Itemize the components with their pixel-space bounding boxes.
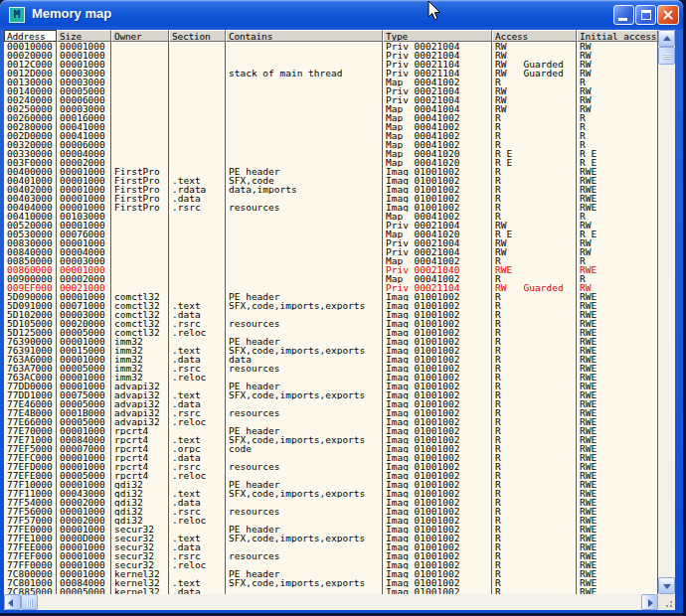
table-row[interactable]: 00410000 00103000 Map 00041002 R R [4, 212, 658, 221]
table-row[interactable]: 77F57000 00002000 gdi32 .reloc Imag 0100… [4, 516, 658, 525]
table-row[interactable]: 0012D000 00003000 stack of main thread P… [4, 69, 658, 77]
titlebar[interactable]: M Memory map [0, 0, 683, 30]
table-row[interactable]: 00402000 00001000 FirstPro .rdata data,i… [4, 185, 658, 194]
table-row[interactable]: 77FE1000 0000D000 secur32 .text SFX,code… [4, 534, 658, 542]
column-header-type[interactable]: Type [383, 30, 492, 42]
table-row[interactable]: 00320000 00006000 Map 00041002 R R [4, 140, 658, 149]
cell-size: 00015000 [57, 346, 111, 355]
table-row[interactable]: 763AC000 00001000 imm32 .reloc Imag 0100… [4, 373, 658, 382]
table-row[interactable]: 002D0000 00041000 Map 00041002 R R [4, 131, 658, 140]
table-row[interactable]: 77EFD000 00001000 rpcrt4 .rsrc resources… [4, 462, 658, 471]
table-row[interactable]: 763A7000 00005000 imm32 .rsrc resources … [4, 364, 658, 373]
table-row[interactable]: 77F54000 00002000 gdi32 .data Imag 01001… [4, 498, 658, 507]
table-row[interactable]: 00330000 00004000 Map 00041020 R E R E [4, 149, 658, 158]
scroll-up-button[interactable] [658, 30, 675, 47]
table-row[interactable]: 77F10000 00001000 gdi32 PE header Imag 0… [4, 480, 658, 489]
cell-size: 00003000 [57, 69, 111, 77]
table-row[interactable]: 00240000 00006000 Priv 00021004 RW RW [4, 95, 658, 104]
table-row[interactable]: 7C800000 00001000 kernel32 PE header Ima… [4, 569, 658, 578]
column-header-contains[interactable]: Contains [226, 30, 383, 42]
horizontal-scroll-thumb[interactable] [21, 594, 38, 610]
table-row[interactable]: 00130000 00003000 Map 00041002 R R [4, 77, 658, 86]
table-row[interactable]: 00250000 00003000 Map 00041004 RW RW [4, 104, 658, 113]
table-row[interactable]: 77EFE000 00005000 rpcrt4 .reloc Imag 010… [4, 471, 658, 480]
cell-type: Map 00041002 [383, 131, 492, 140]
cell-size: 00005000 [57, 328, 111, 337]
table-row[interactable]: 77FF0000 00001000 secur32 .reloc Imag 01… [4, 560, 658, 569]
table-row[interactable]: 77DD0000 00001000 advapi32 PE header Ima… [4, 382, 658, 390]
table-row[interactable]: 77EF5000 00007000 rpcrt4 .orpc code Imag… [4, 444, 658, 453]
minimize-button[interactable] [613, 5, 634, 25]
table-row[interactable]: 77E70000 00001000 rpcrt4 PE header Imag … [4, 426, 658, 435]
table-row[interactable]: 77FE0000 00001000 secur32 PE header Imag… [4, 525, 658, 534]
table-row[interactable]: 77FEF000 00001000 secur32 .rsrc resource… [4, 551, 658, 560]
table-row[interactable]: 77E4B000 0001B000 advapi32 .rsrc resourc… [4, 408, 658, 417]
table-row[interactable]: 00840000 00004000 Priv 00021004 RW RW [4, 247, 658, 256]
close-button[interactable] [657, 5, 679, 25]
cell-access: R [492, 274, 577, 283]
vertical-scroll-thumb[interactable] [658, 47, 675, 65]
cell-address: 00520000 [4, 221, 57, 230]
horizontal-scrollbar[interactable] [4, 594, 658, 610]
table-row[interactable]: 77E66000 00005000 advapi32 .reloc Imag 0… [4, 417, 658, 426]
column-header-access[interactable]: Access [492, 30, 577, 42]
cell-section: .rsrc [169, 408, 226, 417]
table-row[interactable]: 00403000 00001000 FirstPro .data Imag 01… [4, 194, 658, 203]
table-row[interactable]: 00850000 00003000 Map 00041002 R R [4, 256, 658, 265]
vertical-scrollbar[interactable] [658, 30, 675, 594]
cell-address: 00320000 [4, 140, 57, 149]
table-row[interactable]: 009EF000 00021000 Priv 00021104 RW Guard… [4, 283, 658, 292]
cell-owner: gdi32 [111, 507, 169, 516]
table-row[interactable]: 00010000 00001000 Priv 00021004 RW RW [4, 42, 658, 51]
table-row[interactable]: 00900000 00002000 Map 00041002 R R [4, 274, 658, 283]
resize-grip[interactable] [658, 594, 675, 610]
table-row[interactable]: 5D090000 00001000 comctl32 PE header Ima… [4, 292, 658, 301]
cell-size: 00003000 [57, 310, 111, 319]
app-icon[interactable]: M [9, 7, 25, 23]
table-row[interactable]: 00401000 00001000 FirstPro .text SFX,cod… [4, 176, 658, 185]
table-row[interactable]: 00140000 00005000 Priv 00021004 RW RW [4, 86, 658, 95]
table-row[interactable]: 77E46000 00005000 advapi32 .data Imag 01… [4, 399, 658, 408]
table-row[interactable]: 77DD1000 00075000 advapi32 .text SFX,cod… [4, 390, 658, 399]
cell-owner [111, 51, 169, 60]
table-row[interactable]: 00530000 00076000 Map 00041020 R E R E [4, 230, 658, 238]
table-row[interactable]: 77FEE000 00001000 secur32 .data Imag 010… [4, 542, 658, 551]
column-header-address[interactable]: Address [4, 30, 57, 42]
table-row[interactable]: 00830000 00001000 Priv 00021004 RW RW [4, 238, 658, 247]
table-row[interactable]: 00280000 00041000 Map 00041002 R R [4, 122, 658, 131]
cell-access: RW [492, 221, 577, 230]
table-row[interactable]: 763A6000 00001000 imm32 .data data Imag … [4, 355, 658, 364]
table-row[interactable]: 00400000 00001000 FirstPro PE header Ima… [4, 167, 658, 176]
scroll-right-button[interactable] [641, 594, 658, 610]
cell-owner: rpcrt4 [111, 453, 169, 462]
column-header-size[interactable]: Size [57, 30, 111, 42]
table-row[interactable]: 00020000 00001000 Priv 00021004 RW RW [4, 51, 658, 60]
table-row[interactable]: 003F0000 00002000 Map 00041020 R E R E [4, 158, 658, 167]
table-row[interactable]: 77E71000 00084000 rpcrt4 .text SFX,code,… [4, 435, 658, 444]
table-row[interactable]: 7C801000 00084000 kernel32 .text SFX,cod… [4, 578, 658, 587]
maximize-button[interactable] [635, 5, 656, 25]
table-row[interactable]: 5D102000 00003000 comctl32 .data Imag 01… [4, 310, 658, 319]
column-header-owner[interactable]: Owner [111, 30, 169, 42]
table-row[interactable]: 7C885000 00005000 kernel32 .data Imag 01… [4, 587, 658, 594]
table-row[interactable]: 0012C000 00001000 Priv 00021104 RW Guard… [4, 60, 658, 69]
table-row[interactable]: 5D105000 00020000 comctl32 .rsrc resourc… [4, 319, 658, 328]
table-row[interactable]: 77EFC000 00001000 rpcrt4 .data Imag 0100… [4, 453, 658, 462]
table-row[interactable]: 5D091000 00071000 comctl32 .text SFX,cod… [4, 301, 658, 310]
table-row[interactable]: 76391000 00015000 imm32 .text SFX,code,i… [4, 346, 658, 355]
table-row[interactable]: 00520000 00001000 Priv 00021004 RW RW [4, 221, 658, 230]
table-row[interactable]: 5D125000 00005000 comctl32 .reloc Imag 0… [4, 328, 658, 337]
table-row[interactable]: 00404000 00001000 FirstPro .rsrc resourc… [4, 203, 658, 212]
scroll-down-button[interactable] [658, 577, 675, 594]
table-row[interactable]: 77F56000 00001000 gdi32 .rsrc resources … [4, 507, 658, 516]
column-header-initial-access[interactable]: Initial access [577, 30, 658, 42]
column-header-section[interactable]: Section [169, 30, 226, 42]
table-row[interactable]: 76390000 00001000 imm32 PE header Imag 0… [4, 337, 658, 346]
cell-contains [226, 471, 383, 480]
table-row[interactable]: 00860000 00001000 Priv 00021040 RWE RWE [4, 265, 658, 274]
cell-owner: gdi32 [111, 480, 169, 489]
table-row[interactable]: 77F11000 00043000 gdi32 .text SFX,code,i… [4, 489, 658, 498]
cell-section [169, 149, 226, 158]
table-row[interactable]: 00260000 00016000 Map 00041002 R R [4, 113, 658, 122]
scroll-left-button[interactable] [4, 594, 21, 610]
